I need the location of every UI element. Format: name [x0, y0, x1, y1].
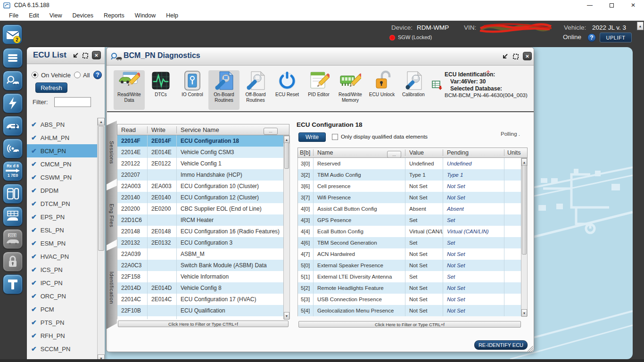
- service-row[interactable]: 2201222E0122Vehicle Config 1: [117, 158, 283, 169]
- config-filter-bar[interactable]: Click Here to Filter or Type CTRL+f: [298, 321, 521, 328]
- service-row[interactable]: 22F158Vehicle Information: [117, 271, 283, 282]
- ecu-list-close-icon[interactable]: ✕: [92, 51, 101, 59]
- radio-on-vehicle[interactable]: [32, 72, 38, 78]
- ecu-list-item[interactable]: ✔CSWM_PN: [27, 171, 98, 184]
- service-row[interactable]: 22D1C6IRCM Heater: [117, 214, 283, 226]
- config-row[interactable]: 5[3]USB Connection PresenceNot SetNot Se…: [298, 294, 521, 305]
- vehicle-scan-button[interactable]: [3, 71, 23, 90]
- radio-all[interactable]: [74, 72, 81, 78]
- service-row[interactable]: 22A039ASBM_M: [117, 248, 283, 260]
- online-help-icon[interactable]: ?: [587, 33, 596, 42]
- column-bb[interactable]: B[b]: [298, 149, 314, 156]
- filter-input[interactable]: [54, 97, 91, 107]
- config-row[interactable]: 4[0]Assist Call Button ConfigAbsentAbsen…: [298, 203, 521, 214]
- service-row[interactable]: 2201322E0132ECU Configuration 3: [117, 237, 283, 248]
- menu-devices[interactable]: Devices: [67, 10, 99, 21]
- ecu-list-item[interactable]: ✔PCM: [27, 303, 98, 316]
- config-scrollbar[interactable]: ▲ ▼: [521, 158, 528, 316]
- config-row[interactable]: 3[6]Cell presenceNot SetNot Set: [298, 181, 521, 192]
- column-value[interactable]: Value: [405, 149, 443, 156]
- ecu-list-item[interactable]: ✔PTS_PN: [27, 316, 98, 329]
- tools-button[interactable]: [3, 274, 23, 294]
- undock-icon[interactable]: [72, 52, 79, 59]
- service-row[interactable]: 2201402E0140ECU Configuration 12 (Cluste…: [117, 192, 283, 203]
- refresh-button[interactable]: Refresh: [35, 82, 67, 93]
- ecu-list-item[interactable]: ✔ESL_PN: [27, 223, 98, 237]
- service-row[interactable]: 22014..2E014..ECU Configuration 13 (2014…: [117, 316, 283, 319]
- window-resize-grip[interactable]: [528, 346, 533, 352]
- ecu-list-item[interactable]: ✔IPC_PN: [27, 276, 98, 289]
- service-row[interactable]: 2201482E0148 ECU Configuration 16 (Radio…: [117, 226, 283, 237]
- ecu-list-item[interactable]: ✔BCM_PN: [27, 144, 98, 157]
- tool-read-write-data[interactable]: Read/Write Data: [114, 70, 145, 110]
- config-row[interactable]: 4[3]GPS PesenceSetSet: [298, 214, 521, 226]
- service-row[interactable]: 22014D2E014DVehicle Config 8: [117, 282, 283, 294]
- ecu-list-item[interactable]: ✔HVAC_PN: [27, 250, 98, 263]
- scroll-thumb[interactable]: [98, 126, 104, 251]
- ecu-list-help-icon[interactable]: ?: [93, 71, 102, 79]
- scroll-down-arrow[interactable]: ▼: [284, 312, 289, 320]
- config-row[interactable]: 5[4]Geolocalization Menu PresenceNot Set…: [298, 305, 521, 316]
- scroll-thumb[interactable]: [284, 142, 289, 169]
- vehicle-lift-button[interactable]: [3, 206, 23, 226]
- reidentify-ecu-button[interactable]: RE-IDENTIFY ECU: [474, 340, 528, 350]
- flash-button[interactable]: [3, 93, 23, 113]
- ecu-list-item[interactable]: ✔ICS_PN: [27, 263, 98, 276]
- column-service-name[interactable]: Service Name ...: [177, 126, 289, 133]
- menu-edit[interactable]: Edit: [24, 10, 44, 21]
- menu-reports[interactable]: Reports: [99, 10, 130, 21]
- maximize-button[interactable]: [601, 0, 622, 10]
- tool-calibration[interactable]: Calibration: [398, 70, 429, 110]
- modules-button[interactable]: [3, 184, 23, 204]
- ecu-list-item[interactable]: ✔ESM_PN: [27, 237, 98, 250]
- tab-identification[interactable]: Identification: [107, 246, 117, 329]
- ecu-list-item[interactable]: ✔EPS_PN: [27, 210, 98, 223]
- minimize-button[interactable]: —: [579, 0, 601, 10]
- ecu-list-scrollbar[interactable]: ▲ ▼: [97, 118, 104, 362]
- ecu-list-item[interactable]: ✔CMCM_PN: [27, 157, 98, 171]
- service-row[interactable]: 22F10BECU Qualification: [117, 305, 283, 316]
- config-row[interactable]: 3[2]TBM Audio ConfigType 1Type 1: [298, 169, 521, 181]
- tool-ecu-reset[interactable]: ECU Reset: [272, 70, 303, 110]
- scroll-up-arrow[interactable]: ▲: [98, 118, 105, 125]
- service-row[interactable]: 22014C2E014CECU Configuration 17 (HVAC): [117, 294, 283, 305]
- tool-off-board-routines[interactable]: Off-Board Routines: [240, 70, 271, 110]
- column-name[interactable]: Name ...: [314, 149, 405, 156]
- tool-ecu-unlock[interactable]: ECU Unlock: [366, 70, 397, 110]
- menu-window[interactable]: Window: [130, 10, 161, 21]
- config-row[interactable]: 5[1]External LTE Diversity AntennaSetSet: [298, 271, 521, 282]
- service-row[interactable]: 22014E2E014EVehicle Config CSM3: [117, 147, 283, 158]
- maximize-panel-icon[interactable]: [512, 53, 520, 60]
- column-pending[interactable]: Pending: [443, 149, 504, 156]
- service-row[interactable]: 220207Immo Handshake (HCP): [117, 169, 283, 181]
- column-read[interactable]: Read: [117, 126, 148, 133]
- write-button[interactable]: Write: [298, 132, 326, 142]
- uplift-button[interactable]: UPLIFT: [600, 33, 632, 42]
- qualified-elements-checkbox[interactable]: [332, 134, 338, 140]
- service-row[interactable]: 2202002E0200CBC Supplier EOL (End of Lin…: [117, 203, 283, 214]
- bus-monitor-button[interactable]: Rx d 8 1 7E0: [3, 161, 23, 181]
- main-menu-button[interactable]: [3, 48, 23, 68]
- config-row[interactable]: 4[4]Ecall Button ConfigVirtual (CAN/LVir…: [298, 226, 521, 237]
- services-scrollbar[interactable]: ▲ ▼: [283, 135, 290, 319]
- ecu-list-item[interactable]: ✔RFH_PN: [27, 329, 98, 342]
- service-row[interactable]: 22A0032EA003ECU Configuration 10 (Cluste…: [117, 181, 283, 192]
- close-button[interactable]: ✕: [622, 0, 644, 10]
- scroll-down-arrow[interactable]: ▼: [521, 309, 527, 317]
- config-row[interactable]: 3[7]Wifi PresenceNot SetNot Set: [298, 192, 521, 203]
- ecu-list-item[interactable]: ✔DPDM: [27, 184, 98, 197]
- config-row[interactable]: 5[2]Remote Headlights FeatureNot SetNot …: [298, 282, 521, 294]
- tab-eng-files[interactable]: Eng Files: [107, 186, 117, 245]
- config-row[interactable]: 4[6]TBM Second GenerationSetSet: [298, 237, 521, 248]
- tool-dtcs[interactable]: DTCs: [145, 70, 176, 110]
- menu-file[interactable]: File: [4, 10, 24, 21]
- column-units[interactable]: Units: [504, 149, 527, 156]
- messages-button[interactable]: 2: [2, 25, 22, 44]
- tool-read-write-memory[interactable]: Read/Write Memory: [335, 70, 366, 110]
- menu-view[interactable]: View: [44, 10, 67, 21]
- diagnostics-close-icon[interactable]: ✕: [523, 52, 532, 60]
- maximize-panel-icon[interactable]: [82, 52, 89, 59]
- ecu-list-item[interactable]: ✔SCCM_PN: [27, 342, 98, 355]
- services-filter-bar[interactable]: Click Here to Filter or Type CTRL+f: [118, 321, 289, 327]
- drive-vehicle-button[interactable]: [3, 116, 23, 136]
